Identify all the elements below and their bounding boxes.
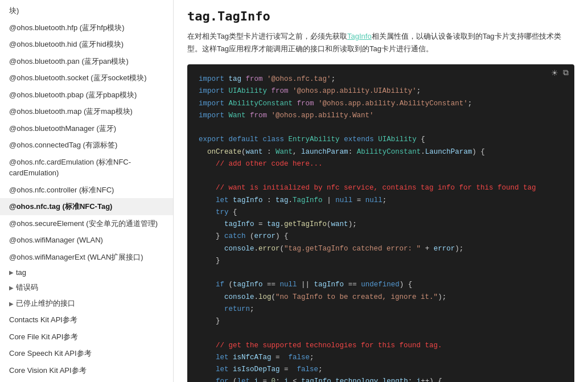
code-line-8: // want is initialized by nfc service, c… [199,182,563,194]
sidebar-item-core-file-kit[interactable]: Core File Kit API参考 [0,328,173,346]
code-line-1: import tag from '@ohos.nfc.tag'; [199,73,563,85]
sidebar-item-map[interactable]: @ohos.bluetooth.map (蓝牙map模块) [0,103,173,120]
code-block: import tag from '@ohos.nfc.tag'; import … [187,64,574,382]
code-line-14: } [199,255,563,267]
sidebar-group-tag-label: tag [16,268,26,277]
code-line-5: export default class EntryAbility extend… [199,134,563,146]
chevron-icon: ▶ [9,285,14,291]
sidebar-item-nfc-controller[interactable]: @ohos.nfc.controller (标准NFC) [0,182,173,199]
sidebar-item-cardemulation[interactable]: @ohos.nfc.cardEmulation (标准NFC-cardEmula… [0,154,173,182]
sidebar-item-connectedtag[interactable]: @ohos.connectedTag (有源标签) [0,137,173,154]
page-title: tag.TagInfo [187,9,574,23]
sidebar-item-wifimanagerext[interactable]: @ohos.wifiManagerExt (WLAN扩展接口) [0,249,173,266]
sidebar-group-tag[interactable]: ▶ tag [0,265,173,280]
sidebar-item-socket[interactable]: @ohos.bluetooth.socket (蓝牙socket模块) [0,69,173,87]
code-line-19: // get the supported technologies for th… [199,340,563,352]
code-line-10: try { [199,207,563,219]
main-content: tag.TagInfo 在对相关Tag类型卡片进行读写之前，必须先获取TagIn… [174,0,588,382]
code-line-22: for (let i = 0; i < tagInfo.technology.l… [199,376,563,382]
description: 在对相关Tag类型卡片进行读写之前，必须先获取TagInfo相关属性值，以确认设… [187,30,574,55]
code-toolbar: ☀ ⧉ [551,68,569,77]
code-line-blank1 [199,122,563,134]
sidebar-item-block[interactable]: 块) [0,2,173,19]
sun-icon[interactable]: ☀ [551,68,558,77]
sidebar-item-crypto-arch[interactable]: Crypto Architecture Kit API参考 [0,379,173,382]
code-line-15: if (tagInfo == null || tagInfo == undefi… [199,279,563,291]
chevron-icon: ▶ [9,301,14,307]
code-line-blank3 [199,267,563,279]
sidebar-item-wifimanager[interactable]: @ohos.wifiManager (WLAN) [0,232,173,249]
code-line-16: console.log("no TagInfo to be created, i… [199,291,563,303]
sidebar-item-core-speech-kit[interactable]: Core Speech Kit API参考 [0,345,173,362]
sidebar-group-errorcode-label: 错误码 [16,282,38,293]
sidebar-item-hfp[interactable]: @ohos.bluetooth.hfp (蓝牙hfp模块) [0,19,173,36]
sidebar-item-pbap[interactable]: @ohos.bluetooth.pbap (蓝牙pbap模块) [0,87,173,104]
code-line-2: import UIAbility from '@ohos.app.ability… [199,85,563,97]
code-line-17: return; [199,303,563,315]
sidebar-item-hid[interactable]: @ohos.bluetooth.hid (蓝牙hid模块) [0,36,173,53]
copy-icon[interactable]: ⧉ [563,68,569,77]
code-line-12: } catch (error) { [199,231,563,243]
code-block-container: ☀ ⧉ import tag from '@ohos.nfc.tag'; imp… [187,64,574,382]
code-line-18: } [199,315,563,327]
code-line-13: console.error("tag.getTagInfo catched er… [199,243,563,255]
sidebar-item-pan[interactable]: @ohos.bluetooth.pan (蓝牙pan模块) [0,53,173,70]
code-line-20: let isNfcATag = false; [199,352,563,364]
sidebar-group-deprecated-label: 已停止维护的接口 [16,298,75,309]
code-line-3: import AbilityConstant from '@ohos.app.a… [199,98,563,110]
sidebar-item-contacts-kit[interactable]: Contacts Kit API参考 [0,311,173,328]
taginfo-link[interactable]: TagInfo [347,32,372,40]
sidebar-item-core-vision-kit[interactable]: Core Vision Kit API参考 [0,362,173,379]
code-line-21: let isIsoDepTag = false; [199,364,563,376]
sidebar-item-secureelement[interactable]: @ohos.secureElement (安全单元的通道管理) [0,215,173,232]
sidebar-group-deprecated[interactable]: ▶ 已停止维护的接口 [0,295,173,311]
code-line-blank4 [199,327,563,339]
code-line-9: let tagInfo : tag.TagInfo | null = null; [199,195,563,207]
code-line-6: onCreate(want : Want, launchParam: Abili… [199,146,563,158]
code-line-blank2 [199,170,563,182]
sidebar-item-nfc-tag[interactable]: @ohos.nfc.tag (标准NFC-Tag) [0,198,173,215]
sidebar-group-errorcode[interactable]: ▶ 错误码 [0,280,173,295]
chevron-icon: ▶ [9,269,14,276]
code-line-7: // add other code here... [199,158,563,170]
code-line-4: import Want from '@ohos.app.ability.Want… [199,110,563,122]
sidebar[interactable]: 块) @ohos.bluetooth.hfp (蓝牙hfp模块) @ohos.b… [0,0,174,382]
code-line-11: tagInfo = tag.getTagInfo(want); [199,219,563,231]
sidebar-item-bluetoothmanager[interactable]: @ohos.bluetoothManager (蓝牙) [0,120,173,137]
